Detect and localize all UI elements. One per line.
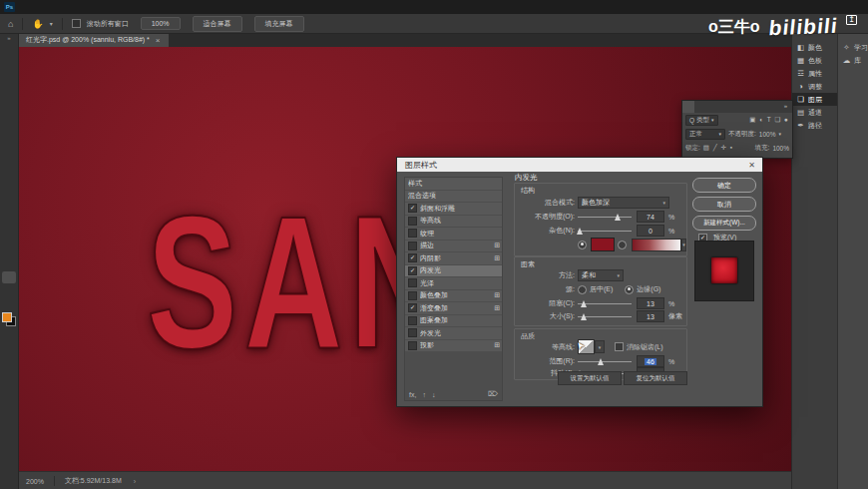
more-tools[interactable]	[2, 296, 16, 309]
add-effect-icon[interactable]: ⊞	[494, 291, 500, 299]
lock-icons[interactable]: ▨ ╱ ✛ ▪	[703, 144, 733, 152]
style-item-blending-options[interactable]: 混合选项	[405, 191, 502, 203]
tab-layers[interactable]	[682, 101, 694, 113]
size-slider[interactable]	[578, 311, 632, 321]
style-checkbox[interactable]	[408, 291, 417, 300]
opacity-value-field[interactable]: 74	[637, 211, 664, 223]
screen-mode-tool[interactable]	[2, 341, 16, 354]
panel-menu-icon[interactable]: »	[784, 103, 790, 109]
blur-tool[interactable]	[2, 196, 16, 209]
gradient-preview[interactable]	[632, 239, 681, 251]
foreground-background-colors[interactable]	[2, 312, 16, 326]
add-effect-icon[interactable]: ⊞	[494, 304, 500, 312]
foreground-color-swatch[interactable]	[2, 312, 12, 322]
move-up-icon[interactable]: ↑	[422, 391, 426, 398]
style-checkbox[interactable]	[408, 278, 417, 287]
source-edge-radio[interactable]	[625, 285, 634, 294]
style-item-inner-glow[interactable]: ✓ 内发光	[405, 265, 502, 277]
style-item-texture[interactable]: 纹理	[405, 228, 502, 240]
fill-value[interactable]: 100%	[772, 145, 789, 152]
style-checkbox[interactable]: ✓	[408, 303, 417, 312]
style-item-stroke[interactable]: 描边 ⊞	[405, 241, 502, 252]
style-item-styles[interactable]: 样式	[405, 178, 502, 190]
gradient-tool[interactable]	[2, 184, 16, 197]
style-checkbox[interactable]: ✓	[408, 204, 417, 213]
style-item-outer-glow[interactable]: 外发光	[405, 327, 502, 339]
blend-mode-select[interactable]: 正常 ▾	[685, 129, 725, 140]
style-item-satin[interactable]: 光泽	[405, 277, 502, 289]
source-center-radio[interactable]	[578, 285, 587, 294]
new-style-button[interactable]: 新建样式(W)...	[692, 216, 756, 231]
delete-effect-icon[interactable]: ⌦	[488, 390, 498, 398]
clone-stamp-tool[interactable]	[2, 146, 16, 159]
quick-select-tool[interactable]	[2, 83, 16, 96]
panel-tab-properties[interactable]: ☲ 属性	[792, 67, 837, 80]
noise-slider[interactable]	[578, 226, 632, 236]
move-down-icon[interactable]: ↓	[432, 391, 436, 398]
add-effect-icon[interactable]: ⊞	[494, 242, 500, 249]
home-icon[interactable]: ⌂	[8, 19, 13, 29]
style-item-color-overlay[interactable]: 颜色叠加 ⊞	[405, 290, 502, 302]
path-select-tool[interactable]	[2, 246, 16, 259]
reset-default-button[interactable]: 复位为默认值	[624, 371, 687, 385]
zoom-level-field[interactable]: 200%	[18, 478, 54, 485]
style-item-gradient-overlay[interactable]: ✓ 渐变叠加 ⊞	[405, 302, 502, 314]
blend-mode-dropdown[interactable]: 颜色加深 ▾	[578, 197, 669, 209]
panel-tab-swatches[interactable]: ▦ 色板	[792, 54, 837, 67]
style-checkbox[interactable]	[408, 316, 417, 325]
zoom-100-button[interactable]: 100%	[141, 17, 181, 30]
set-default-button[interactable]: 设置为默认值	[558, 371, 622, 385]
add-effect-icon[interactable]: ⊞	[494, 254, 500, 262]
antialias-checkbox[interactable]	[615, 342, 624, 351]
eraser-tool[interactable]	[2, 171, 16, 184]
lasso-tool[interactable]	[2, 70, 16, 83]
brush-tool[interactable]	[2, 133, 16, 146]
scroll-all-windows-checkbox[interactable]	[72, 19, 81, 28]
panel-tab-paths[interactable]: ✒ 路径	[792, 119, 837, 132]
add-effect-icon[interactable]: ⊞	[494, 341, 500, 349]
tab-channels[interactable]	[694, 101, 706, 113]
close-tab-icon[interactable]: ×	[156, 36, 161, 45]
eyedropper-tool[interactable]	[2, 108, 16, 121]
dodge-tool[interactable]	[2, 209, 16, 222]
contour-caret[interactable]: ▾	[595, 340, 605, 353]
size-value-field[interactable]: 13	[637, 310, 664, 322]
technique-dropdown[interactable]: 柔和 ▾	[578, 269, 624, 281]
panel-tab-layers[interactable]: ❏ 图层	[792, 93, 837, 106]
style-checkbox[interactable]: ✓	[408, 266, 417, 275]
move-tool[interactable]	[2, 45, 16, 58]
style-item-contour[interactable]: 等高线	[405, 216, 502, 228]
choke-slider[interactable]	[578, 298, 632, 308]
status-popup-chevron[interactable]: ›	[134, 478, 136, 485]
color-radio[interactable]	[578, 241, 587, 249]
style-checkbox[interactable]	[408, 217, 417, 226]
close-icon[interactable]: ✕	[748, 161, 762, 170]
panel-tab-channels[interactable]: ▤ 通道	[792, 106, 837, 119]
glow-color-swatch[interactable]	[591, 238, 615, 251]
layer-filter-icons[interactable]: ▣ ◐ T ❏ ●	[749, 116, 789, 124]
zoom-tool[interactable]	[2, 283, 16, 296]
shape-tool[interactable]	[2, 258, 16, 271]
tab-paths[interactable]	[706, 101, 718, 113]
style-checkbox[interactable]	[408, 328, 417, 337]
panel-tab-learn[interactable]: ✧ 学习	[838, 41, 868, 54]
fill-screen-button[interactable]: 填充屏幕	[254, 16, 304, 32]
style-item-drop-shadow[interactable]: 投影 ⊞	[405, 340, 502, 352]
style-checkbox[interactable]	[408, 341, 417, 350]
history-brush-tool[interactable]	[2, 158, 16, 171]
gradient-picker-caret[interactable]: ▾	[681, 239, 686, 251]
quick-mask-tool[interactable]	[2, 328, 16, 341]
document-tab[interactable]: 红光字.psd @ 200% (sanniu, RGB/8#) * ×	[18, 33, 169, 47]
noise-value-field[interactable]: 0	[637, 225, 664, 237]
ok-button[interactable]: 确定	[692, 178, 756, 193]
crop-tool[interactable]	[2, 95, 16, 108]
hand-tool[interactable]	[2, 271, 16, 284]
marquee-tool[interactable]	[2, 58, 16, 71]
fx-icon[interactable]: fx,	[409, 391, 416, 398]
style-checkbox[interactable]	[408, 229, 417, 238]
style-item-pattern-overlay[interactable]: 图案叠加	[405, 315, 502, 327]
hand-tool-icon[interactable]: ✋	[32, 19, 43, 29]
style-item-inner-shadow[interactable]: ✓ 内阴影 ⊞	[405, 252, 502, 264]
chevron-down-icon[interactable]: ▾	[50, 20, 53, 27]
collapse-toolbar-icon[interactable]: »	[7, 35, 10, 41]
